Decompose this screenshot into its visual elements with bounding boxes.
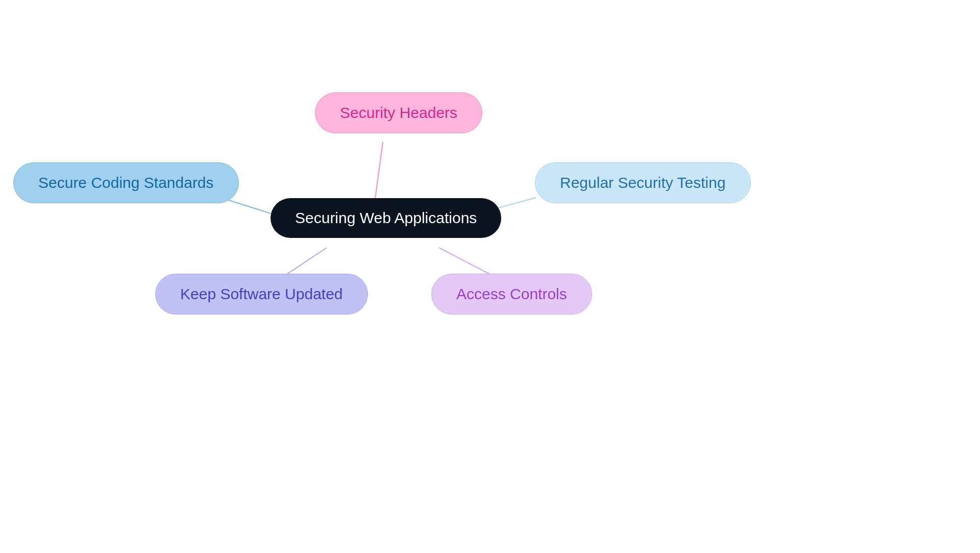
center-node-securing-web-applications: Securing Web Applications — [271, 198, 501, 238]
node-secure-coding-standards: Secure Coding Standards — [13, 162, 239, 203]
mind-map-diagram: Securing Web Applications Security Heade… — [0, 0, 980, 553]
node-security-headers: Security Headers — [315, 92, 482, 133]
center-node-label: Securing Web Applications — [295, 209, 477, 227]
node-label: Keep Software Updated — [180, 285, 343, 303]
node-regular-security-testing: Regular Security Testing — [535, 162, 751, 203]
node-keep-software-updated: Keep Software Updated — [155, 274, 368, 315]
node-label: Regular Security Testing — [560, 174, 726, 191]
node-label: Access Controls — [456, 285, 567, 303]
connector-top — [375, 142, 383, 198]
node-access-controls: Access Controls — [431, 274, 592, 315]
node-label: Secure Coding Standards — [38, 174, 214, 191]
node-label: Security Headers — [340, 104, 457, 122]
